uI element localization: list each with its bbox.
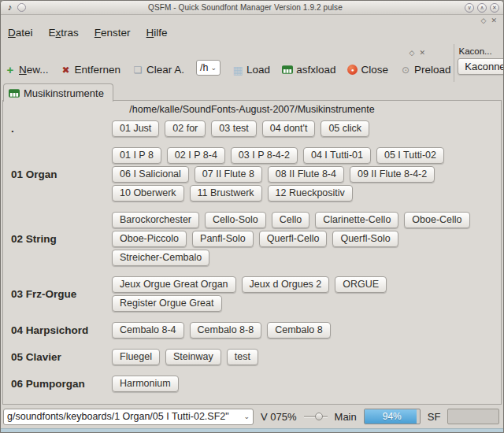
bank-label: 01 Organ [3,168,112,180]
soundfont-button[interactable]: Barockorchester [112,212,199,228]
bank-label: 06 Pumporgan [3,378,112,390]
soundfont-button[interactable]: 02 I P 8-4 [167,147,225,164]
menu-item-fenster[interactable]: Fenster [94,27,131,39]
soundfont-button[interactable]: 04 dont't [262,120,316,137]
close-button[interactable]: ●Close [347,64,388,76]
close-button[interactable]: ✕ [490,3,499,13]
bank-combo-value: /h [200,62,208,73]
soundfont-button[interactable]: ORGUE [335,276,387,293]
soundfont-button[interactable]: Cello [272,212,310,228]
soundfont-button[interactable]: 08 II Flute 8-4 [268,166,344,183]
sf-progress-bar [447,409,499,424]
soundfont-button[interactable]: Querfl-Cello [259,231,328,247]
remove-icon: ✖ [61,65,72,76]
bank-label: 03 Frz-Orgue [3,288,112,300]
menu-item-extras[interactable]: Extras [49,27,79,39]
piano-icon [9,87,20,98]
toolbar-button-label: New... [19,64,49,76]
soundfont-button[interactable]: 05 click [321,120,369,137]
float-icon[interactable]: ◇ [410,49,415,57]
float-icon[interactable]: ◇ [481,17,487,24]
soundfont-button[interactable]: Steinway [165,349,221,365]
bank-label: 05 Clavier [3,351,112,363]
soundfont-button[interactable]: Cello-Solo [205,212,266,228]
soundfont-button[interactable]: 10 Oberwerk [112,185,184,202]
close-circle-icon: ● [347,65,358,75]
soundfont-button[interactable]: 03 I P 8-4-2 [231,147,298,164]
pin-button[interactable] [17,3,26,12]
toolbar-dock-controls: ◇ ✕ [410,49,425,57]
main-progress-bar: 94% [364,409,421,424]
bank-combo[interactable]: /h⌄ [196,60,220,76]
soundfont-button[interactable]: test [227,349,258,365]
toolbar-button-label: Load [246,64,270,76]
preload-button[interactable]: ⊙Preload [400,64,451,76]
soundfont-button[interactable]: 11 Brustwerk [190,185,262,202]
soundfont-button[interactable]: 06 I Salicional [112,166,189,183]
soundfont-button[interactable]: Querfl-Solo [332,231,398,247]
maximize-button[interactable]: ∧ [477,3,487,13]
soundfont-button[interactable]: 01 I P 8 [112,147,161,164]
soundfont-button[interactable]: 12 Rueckpositiv [268,185,353,202]
soundfont-button[interactable]: Register Orgue Great [112,295,222,312]
tab-label: Musikinstrumente [24,87,104,99]
bank-section: 03 Frz-OrgueJeux Orgue Great OrganJeux d… [3,274,501,314]
slider-knob[interactable] [315,413,323,420]
bank-section: 05 ClavierFluegelSteinwaytest [3,346,501,368]
soundfont-button[interactable]: Clarinette-Cello [315,212,398,228]
clear-a-button[interactable]: ❏Clear A. [132,64,184,76]
menu-item-hilfe[interactable]: Hilfe [146,27,168,39]
new-icon: + [5,65,16,76]
minimize-button[interactable]: ∨ [465,3,474,13]
tab-musikinstrumente[interactable]: Musikinstrumente [3,83,113,102]
bank-section: 01 Organ01 I P 802 I P 8-403 I P 8-4-204… [3,145,501,204]
soundfont-button[interactable]: 02 for [165,120,206,137]
soundfont-button[interactable]: 05 I Tutti-02 [376,147,444,164]
sf-label: SF [428,411,441,423]
soundfont-button[interactable]: Fluegel [112,349,160,365]
toolbar-button-label: Entfernen [75,64,121,76]
asfxload-button[interactable]: asfxload [282,64,335,76]
soundfont-button[interactable]: Oboe-Cello [404,212,469,228]
entfernen-button[interactable]: ✖Entfernen [61,64,121,76]
main-progress-value: 94% [365,409,420,424]
soundfont-button[interactable]: 07 II Flute 8 [195,166,262,183]
soundfont-button[interactable]: 01 Just [112,120,159,137]
soundfont-button[interactable]: Cembalo 8 [267,322,330,339]
bank-section: 04 HarpsichordCembalo 8-4Cembalo 8-8Cemb… [3,320,501,341]
app-icon: ♪ [5,2,15,13]
new-button[interactable]: +New... [5,64,49,76]
bank-label: . [3,123,112,135]
preload-icon: ⊙ [400,65,411,76]
window-bottom-edge [1,428,503,432]
bank-label: 04 Harpsichord [3,324,112,336]
toolbar-button-label: Close [361,64,388,76]
kacon-dock: Kacon... ◇ ✕ Kaconnect [454,44,504,82]
soundfont-button[interactable]: Oboe-Piccolo [112,231,187,247]
load-button[interactable]: ▦Load [232,64,270,76]
soundfont-button[interactable]: Jeux Orgue Great Organ [112,276,236,293]
menubar-dock-controls: ◇ ✕ [481,17,497,24]
titlebar: ♪ QSFM - Quick Soundfont Manager Version… [1,1,503,15]
kaconnect-button[interactable]: Kaconnect [458,58,504,75]
soundfont-button[interactable]: Streicher-Cembalo [112,250,209,266]
dock-close-icon[interactable]: ✕ [491,17,497,24]
load-icon: ▦ [232,65,243,76]
clear-icon: ❏ [132,65,143,76]
soundfont-button[interactable]: Cembalo 8-8 [190,322,262,339]
soundfont-button[interactable]: 04 I Tutti-01 [303,147,371,164]
soundfont-button[interactable]: Harmonium [112,376,179,392]
volume-slider[interactable] [304,411,328,422]
soundfont-button[interactable]: Jeux d Orgues 2 [242,276,330,293]
soundfont-button[interactable]: 03 test [211,120,257,137]
bank-section: .01 Just02 for03 test04 dont't05 click [3,118,501,139]
soundfont-button[interactable]: 09 II Flute 8-4-2 [350,166,435,183]
chevron-down-icon: ⌄ [211,65,217,71]
menu-item-datei[interactable]: Datei [8,27,33,39]
piano-icon [282,65,293,76]
soundfont-file-combo[interactable]: g/soundfonts/keyboards/1 Organ/05 I Tutt… [3,409,254,425]
dock-close-icon[interactable]: ✕ [419,49,425,57]
soundfont-button[interactable]: Cembalo 8-4 [112,322,184,339]
soundfont-button[interactable]: Panfl-Solo [192,231,254,247]
main-label: Main [335,411,357,423]
